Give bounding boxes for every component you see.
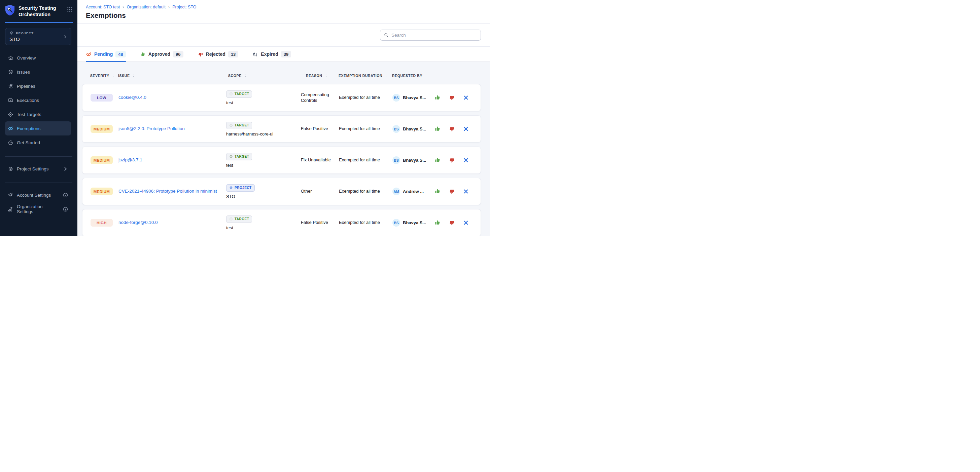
- sidebar-item-test-targets[interactable]: Test Targets: [5, 107, 71, 121]
- tab-label: Expired: [261, 51, 278, 57]
- sort-icon: [325, 73, 328, 78]
- scope-type-badge: TARGET: [226, 215, 252, 223]
- search-input[interactable]: [391, 33, 477, 38]
- cancel-button[interactable]: [463, 188, 469, 195]
- thumb-up-icon: [434, 126, 441, 132]
- issue-link[interactable]: json5@2.2.0: Prototype Pollution: [118, 125, 226, 133]
- sidebar-item-overview[interactable]: Overview: [5, 51, 71, 65]
- sidebar-item-label: Pipelines: [17, 84, 35, 89]
- tab-rejected[interactable]: Rejected13: [197, 47, 239, 62]
- info-icon[interactable]: [63, 206, 68, 212]
- column-header-reason[interactable]: REASON: [301, 73, 339, 78]
- scope-type-badge: TARGET: [226, 90, 252, 98]
- approve-button[interactable]: [434, 126, 441, 132]
- app-switcher-grid-icon[interactable]: [67, 6, 73, 13]
- x-icon: [463, 126, 469, 132]
- issue-link[interactable]: node-forge@0.10.0: [118, 219, 226, 226]
- reject-button[interactable]: [449, 157, 455, 163]
- eye-slash-icon: [86, 51, 92, 57]
- toolbar: [77, 24, 490, 47]
- sidebar-item-account-settings[interactable]: Account Settings: [5, 188, 71, 202]
- target-ring-icon: [229, 217, 233, 221]
- approve-button[interactable]: [434, 188, 441, 195]
- reject-button[interactable]: [449, 188, 455, 195]
- shield-search-logo-icon: [5, 5, 15, 16]
- cancel-button[interactable]: [463, 95, 469, 101]
- approve-button[interactable]: [434, 157, 441, 163]
- tab-pending[interactable]: Pending48: [86, 47, 126, 62]
- breadcrumb-separator: ›: [123, 5, 124, 10]
- issue-link[interactable]: jszip@3.7.1: [118, 157, 226, 164]
- sidebar-item-label: Exemptions: [17, 126, 41, 131]
- severity-cell: MEDIUM: [91, 156, 118, 164]
- reject-button[interactable]: [449, 126, 455, 132]
- get-started-icon: [8, 140, 13, 146]
- reject-button[interactable]: [449, 95, 455, 101]
- avatar: BS: [392, 94, 400, 101]
- scope-name: STO: [226, 194, 235, 199]
- sidebar-divider: [5, 182, 72, 183]
- sidebar-item-executions[interactable]: Executions: [5, 93, 71, 107]
- avatar: BS: [392, 125, 400, 133]
- cancel-button[interactable]: [463, 126, 469, 132]
- column-header-severity[interactable]: SEVERITY: [90, 73, 118, 78]
- severity-cell: LOW: [91, 94, 118, 101]
- thumb-up-icon: [140, 51, 146, 57]
- column-header-exemption-duration[interactable]: EXEMPTION DURATION: [339, 73, 392, 78]
- thumb-down-icon: [449, 95, 455, 101]
- issue-link[interactable]: cookie@0.4.0: [118, 94, 226, 101]
- breadcrumb-link-project-sto[interactable]: Project: STO: [172, 5, 196, 10]
- requested-by-cell: BSBhavya S...: [392, 156, 434, 164]
- approve-button[interactable]: [434, 220, 441, 226]
- exemptions-table: SEVERITYISSUESCOPEREASONEXEMPTION DURATI…: [77, 62, 490, 236]
- home-icon: [8, 55, 13, 61]
- project-selector[interactable]: PROJECT STO: [5, 28, 72, 45]
- cancel-button[interactable]: [463, 157, 469, 163]
- reason-text: False Positive: [301, 126, 339, 132]
- requested-by-cell: BSBhavya S...: [392, 219, 434, 226]
- column-header-issue[interactable]: ISSUE: [118, 73, 226, 78]
- sidebar-item-organization-settings[interactable]: Organization Settings: [5, 202, 71, 216]
- app-title: Security Testing Orchestration: [19, 5, 63, 17]
- sidebar-item-get-started[interactable]: Get Started: [5, 135, 71, 150]
- row-actions: [434, 188, 480, 195]
- cancel-button[interactable]: [463, 220, 469, 226]
- breadcrumb-link-organization-default[interactable]: Organization: default: [127, 5, 165, 10]
- column-header-scope[interactable]: SCOPE: [226, 73, 301, 78]
- brand-underline: [5, 22, 73, 23]
- tab-expired[interactable]: Expired39: [252, 47, 291, 62]
- table-row: LOWcookie@0.4.0TARGETtestCompensating Co…: [82, 84, 481, 111]
- reject-button[interactable]: [449, 220, 455, 226]
- sidebar-divider: [5, 156, 72, 157]
- issue-cell: json5@2.2.0: Prototype Pollution: [118, 125, 226, 133]
- sidebar-item-exemptions[interactable]: Exemptions: [5, 121, 71, 135]
- issue-link[interactable]: CVE-2021-44906: Prototype Pollution in m…: [118, 188, 226, 195]
- clock-expired-icon: [252, 51, 258, 57]
- scope-type-label: TARGET: [235, 217, 249, 221]
- approve-button[interactable]: [434, 95, 441, 101]
- sidebar: Security Testing Orchestration PROJECT S…: [0, 0, 77, 236]
- target-ring-icon: [229, 92, 233, 96]
- table-rows: LOWcookie@0.4.0TARGETtestCompensating Co…: [77, 84, 490, 236]
- severity-cell: MEDIUM: [91, 125, 118, 133]
- sidebar-item-issues[interactable]: Issues: [5, 65, 71, 79]
- sidebar-item-pipelines[interactable]: Pipelines: [5, 79, 71, 93]
- sidebar-item-label: Test Targets: [17, 112, 41, 117]
- org-chart-gear-icon: [8, 206, 13, 212]
- info-icon[interactable]: [63, 192, 68, 198]
- duration-text: Exempted for all time: [339, 157, 392, 163]
- tab-approved[interactable]: Approved96: [140, 47, 183, 62]
- tab-label: Approved: [148, 51, 170, 57]
- scope-cell: TARGETtest: [226, 153, 301, 168]
- scope-name: harness/harness-core-ui: [226, 131, 273, 136]
- sidebar-item-label: Organization Settings: [17, 204, 59, 214]
- avatar: BS: [392, 156, 400, 164]
- x-icon: [463, 157, 469, 163]
- scope-type-badge: TARGET: [226, 153, 252, 160]
- breadcrumb-link-account-sto-test[interactable]: Account: STO test: [86, 5, 120, 10]
- thumb-down-icon: [197, 51, 203, 57]
- column-header-requested-by[interactable]: REQUESTED BY: [392, 74, 434, 78]
- table-row: MEDIUMjszip@3.7.1TARGETtestFix Unavailab…: [82, 147, 481, 174]
- sidebar-item-project-settings[interactable]: Project Settings: [5, 162, 71, 176]
- project-selector-label: PROJECT: [16, 31, 33, 35]
